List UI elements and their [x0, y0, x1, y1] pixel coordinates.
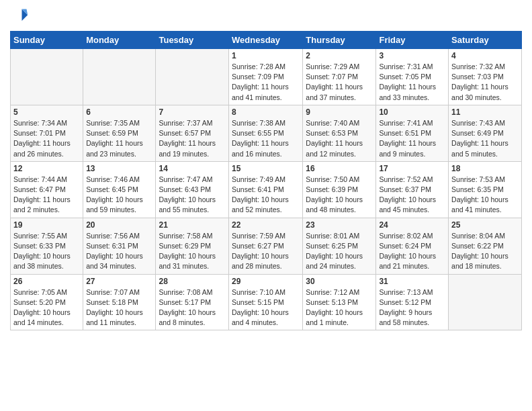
day-info: Sunrise: 7:38 AM Sunset: 6:55 PM Dayligh…	[232, 118, 300, 159]
day-number: 11	[451, 107, 519, 117]
day-cell: 2Sunrise: 7:29 AM Sunset: 7:07 PM Daylig…	[303, 49, 376, 105]
day-number: 22	[232, 220, 300, 230]
day-number: 23	[306, 220, 373, 230]
day-number: 30	[306, 277, 373, 286]
day-info: Sunrise: 7:12 AM Sunset: 5:13 PM Dayligh…	[306, 287, 373, 328]
day-number: 9	[306, 107, 373, 117]
day-number: 13	[86, 164, 152, 173]
day-cell: 31Sunrise: 7:13 AM Sunset: 5:12 PM Dayli…	[376, 274, 449, 330]
weekday-header-saturday: Saturday	[449, 32, 522, 49]
week-row-5: 26Sunrise: 7:05 AM Sunset: 5:20 PM Dayli…	[11, 274, 522, 330]
logo	[10, 7, 30, 26]
header	[10, 7, 522, 26]
day-info: Sunrise: 7:44 AM Sunset: 6:47 PM Dayligh…	[13, 175, 80, 216]
day-cell: 7Sunrise: 7:37 AM Sunset: 6:57 PM Daylig…	[156, 105, 229, 161]
day-cell: 19Sunrise: 7:55 AM Sunset: 6:33 PM Dayli…	[11, 218, 83, 274]
day-cell	[11, 49, 83, 105]
day-info: Sunrise: 7:49 AM Sunset: 6:41 PM Dayligh…	[232, 175, 300, 216]
day-cell: 9Sunrise: 7:40 AM Sunset: 6:53 PM Daylig…	[303, 105, 376, 161]
day-info: Sunrise: 8:04 AM Sunset: 6:22 PM Dayligh…	[451, 231, 519, 272]
day-info: Sunrise: 7:07 AM Sunset: 5:18 PM Dayligh…	[86, 287, 152, 328]
day-info: Sunrise: 7:41 AM Sunset: 6:51 PM Dayligh…	[379, 118, 445, 159]
day-cell: 5Sunrise: 7:34 AM Sunset: 7:01 PM Daylig…	[11, 105, 83, 161]
day-cell: 21Sunrise: 7:58 AM Sunset: 6:29 PM Dayli…	[156, 218, 229, 274]
day-number: 25	[451, 220, 519, 230]
day-cell: 24Sunrise: 8:02 AM Sunset: 6:24 PM Dayli…	[376, 218, 449, 274]
day-info: Sunrise: 7:40 AM Sunset: 6:53 PM Dayligh…	[306, 118, 373, 159]
day-cell: 27Sunrise: 7:07 AM Sunset: 5:18 PM Dayli…	[83, 274, 156, 330]
day-cell: 14Sunrise: 7:47 AM Sunset: 6:43 PM Dayli…	[156, 161, 229, 218]
day-cell: 23Sunrise: 8:01 AM Sunset: 6:25 PM Dayli…	[303, 218, 376, 274]
weekday-header-wednesday: Wednesday	[229, 32, 303, 49]
day-number: 21	[159, 220, 226, 230]
day-cell: 29Sunrise: 7:10 AM Sunset: 5:15 PM Dayli…	[229, 274, 303, 330]
day-number: 16	[306, 164, 373, 173]
day-cell: 11Sunrise: 7:43 AM Sunset: 6:49 PM Dayli…	[449, 105, 522, 161]
day-cell: 12Sunrise: 7:44 AM Sunset: 6:47 PM Dayli…	[11, 161, 83, 218]
weekday-header-tuesday: Tuesday	[156, 32, 229, 49]
day-info: Sunrise: 7:08 AM Sunset: 5:17 PM Dayligh…	[159, 287, 226, 328]
day-info: Sunrise: 7:32 AM Sunset: 7:03 PM Dayligh…	[451, 62, 519, 103]
calendar-table: SundayMondayTuesdayWednesdayThursdayFrid…	[10, 31, 522, 330]
day-info: Sunrise: 7:29 AM Sunset: 7:07 PM Dayligh…	[306, 62, 373, 103]
day-number: 10	[379, 107, 445, 117]
day-cell: 20Sunrise: 7:56 AM Sunset: 6:31 PM Dayli…	[83, 218, 156, 274]
day-info: Sunrise: 7:35 AM Sunset: 6:59 PM Dayligh…	[86, 118, 152, 159]
page: SundayMondayTuesdayWednesdayThursdayFrid…	[0, 0, 532, 337]
day-info: Sunrise: 7:59 AM Sunset: 6:27 PM Dayligh…	[232, 231, 300, 272]
day-info: Sunrise: 7:34 AM Sunset: 7:01 PM Dayligh…	[13, 118, 80, 159]
day-cell: 4Sunrise: 7:32 AM Sunset: 7:03 PM Daylig…	[449, 49, 522, 105]
weekday-header-friday: Friday	[376, 32, 449, 49]
day-cell: 26Sunrise: 7:05 AM Sunset: 5:20 PM Dayli…	[11, 274, 83, 330]
day-number: 28	[159, 277, 226, 286]
day-cell	[449, 274, 522, 330]
day-cell: 10Sunrise: 7:41 AM Sunset: 6:51 PM Dayli…	[376, 105, 449, 161]
day-cell	[156, 49, 229, 105]
day-cell: 1Sunrise: 7:28 AM Sunset: 7:09 PM Daylig…	[229, 49, 303, 105]
day-info: Sunrise: 7:28 AM Sunset: 7:09 PM Dayligh…	[232, 62, 300, 103]
day-number: 19	[13, 220, 80, 230]
day-info: Sunrise: 7:37 AM Sunset: 6:57 PM Dayligh…	[159, 118, 226, 159]
day-info: Sunrise: 7:58 AM Sunset: 6:29 PM Dayligh…	[159, 231, 226, 272]
day-cell: 6Sunrise: 7:35 AM Sunset: 6:59 PM Daylig…	[83, 105, 156, 161]
day-number: 8	[232, 107, 300, 117]
day-info: Sunrise: 7:55 AM Sunset: 6:33 PM Dayligh…	[13, 231, 80, 272]
day-cell: 13Sunrise: 7:46 AM Sunset: 6:45 PM Dayli…	[83, 161, 156, 218]
day-cell: 18Sunrise: 7:53 AM Sunset: 6:35 PM Dayli…	[449, 161, 522, 218]
day-info: Sunrise: 8:01 AM Sunset: 6:25 PM Dayligh…	[306, 231, 373, 272]
day-info: Sunrise: 7:13 AM Sunset: 5:12 PM Dayligh…	[379, 287, 445, 328]
day-number: 6	[86, 107, 152, 117]
day-info: Sunrise: 7:56 AM Sunset: 6:31 PM Dayligh…	[86, 231, 152, 272]
day-cell: 15Sunrise: 7:49 AM Sunset: 6:41 PM Dayli…	[229, 161, 303, 218]
day-number: 1	[232, 51, 300, 60]
day-number: 7	[159, 107, 226, 117]
day-info: Sunrise: 7:47 AM Sunset: 6:43 PM Dayligh…	[159, 175, 226, 216]
day-info: Sunrise: 8:02 AM Sunset: 6:24 PM Dayligh…	[379, 231, 445, 272]
day-cell: 8Sunrise: 7:38 AM Sunset: 6:55 PM Daylig…	[229, 105, 303, 161]
day-info: Sunrise: 7:53 AM Sunset: 6:35 PM Dayligh…	[451, 175, 519, 216]
weekday-header-sunday: Sunday	[11, 32, 83, 49]
day-cell: 17Sunrise: 7:52 AM Sunset: 6:37 PM Dayli…	[376, 161, 449, 218]
weekday-header-monday: Monday	[83, 32, 156, 49]
week-row-4: 19Sunrise: 7:55 AM Sunset: 6:33 PM Dayli…	[11, 218, 522, 274]
weekday-header-thursday: Thursday	[303, 32, 376, 49]
day-info: Sunrise: 7:10 AM Sunset: 5:15 PM Dayligh…	[232, 287, 300, 328]
day-number: 26	[13, 277, 80, 286]
day-info: Sunrise: 7:52 AM Sunset: 6:37 PM Dayligh…	[379, 175, 445, 216]
day-number: 27	[86, 277, 152, 286]
day-number: 15	[232, 164, 300, 173]
weekday-header-row: SundayMondayTuesdayWednesdayThursdayFrid…	[11, 32, 522, 49]
day-cell: 22Sunrise: 7:59 AM Sunset: 6:27 PM Dayli…	[229, 218, 303, 274]
week-row-2: 5Sunrise: 7:34 AM Sunset: 7:01 PM Daylig…	[11, 105, 522, 161]
day-info: Sunrise: 7:50 AM Sunset: 6:39 PM Dayligh…	[306, 175, 373, 216]
day-number: 4	[451, 51, 519, 60]
day-number: 3	[379, 51, 445, 60]
day-cell: 16Sunrise: 7:50 AM Sunset: 6:39 PM Dayli…	[303, 161, 376, 218]
day-info: Sunrise: 7:43 AM Sunset: 6:49 PM Dayligh…	[451, 118, 519, 159]
week-row-3: 12Sunrise: 7:44 AM Sunset: 6:47 PM Dayli…	[11, 161, 522, 218]
day-number: 31	[379, 277, 445, 286]
week-row-1: 1Sunrise: 7:28 AM Sunset: 7:09 PM Daylig…	[11, 49, 522, 105]
day-cell: 3Sunrise: 7:31 AM Sunset: 7:05 PM Daylig…	[376, 49, 449, 105]
day-cell: 25Sunrise: 8:04 AM Sunset: 6:22 PM Dayli…	[449, 218, 522, 274]
day-number: 20	[86, 220, 152, 230]
